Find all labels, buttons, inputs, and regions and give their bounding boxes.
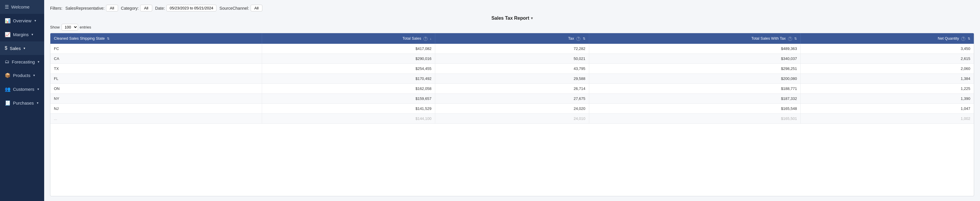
table-cell: 1,002 xyxy=(801,114,974,123)
table-cell: TX xyxy=(50,63,262,73)
entries-select[interactable]: 100 10 25 50 xyxy=(62,24,78,30)
main-content: Filters: SalesRepresentative: All Catego… xyxy=(44,0,980,201)
sidebar-icon-forecasting: 🗂 xyxy=(5,59,10,64)
table-cell: CA xyxy=(50,54,262,63)
table-cell: $170,492 xyxy=(262,73,435,84)
table-cell: NJ xyxy=(50,103,262,114)
category-label: Category: xyxy=(121,6,139,11)
col-header-total-sales-tax[interactable]: Total Sales With Tax ? ⇅ xyxy=(589,33,801,44)
sidebar-chevron-forecasting: ▾ xyxy=(38,60,40,64)
sidebar-chevron-purchases: ▾ xyxy=(37,101,38,105)
sales-rep-label: SalesRepresentative: xyxy=(65,6,105,11)
table-cell: 72,282 xyxy=(435,44,589,54)
table-cell: 29,588 xyxy=(435,73,589,84)
sidebar-label-forecasting: Forecasting xyxy=(12,59,35,64)
sidebar-label-welcome: Welcome xyxy=(11,5,29,9)
table-cell: $162,058 xyxy=(262,84,435,93)
table-cell: 1,225 xyxy=(801,84,974,93)
report-title-chevron-icon[interactable]: ▾ xyxy=(531,16,533,20)
table-cell: 2,060 xyxy=(801,63,974,73)
source-channel-button[interactable]: All xyxy=(251,5,262,11)
sidebar-label-margins: Margins xyxy=(13,32,29,37)
filters-label: Filters: xyxy=(50,6,62,11)
info-icon-net-qty: ? xyxy=(961,37,965,41)
sidebar-chevron-sales: ▾ xyxy=(24,46,25,50)
sort-icon-state: ⇅ xyxy=(107,37,110,40)
sidebar-label-overview: Overview xyxy=(13,18,32,23)
sidebar-chevron-customers: ▾ xyxy=(37,87,39,91)
sales-tax-table: Cleaned Sales Shipping State ⇅ Total Sal… xyxy=(50,33,974,124)
sales-rep-button[interactable]: All xyxy=(106,5,118,11)
col-header-state[interactable]: Cleaned Sales Shipping State ⇅ xyxy=(50,33,262,44)
sidebar-label-products: Products xyxy=(13,73,30,78)
report-title-bar: Sales Tax Report ▾ xyxy=(50,16,974,21)
sidebar-icon-purchases: 🧾 xyxy=(5,100,11,106)
sidebar-label-customers: Customers xyxy=(13,87,35,92)
sidebar-label-sales: Sales xyxy=(10,46,21,51)
table-cell: 50,021 xyxy=(435,54,589,63)
sales-rep-filter: SalesRepresentative: All xyxy=(65,5,118,11)
table-cell: 24,010 xyxy=(435,114,589,123)
source-channel-label: SourceChannel: xyxy=(220,6,249,11)
table-cell: 1,384 xyxy=(801,73,974,84)
sidebar-item-customers[interactable]: 👥Customers▾ xyxy=(0,82,44,96)
info-icon-total-sales: ? xyxy=(423,37,428,41)
sidebar-item-forecasting[interactable]: 🗂Forecasting▾ xyxy=(0,55,44,68)
sidebar-chevron-products: ▾ xyxy=(33,73,35,77)
table-cell: $159,657 xyxy=(262,93,435,103)
source-channel-filter: SourceChannel: All xyxy=(220,5,262,11)
sidebar-icon-margins: 📈 xyxy=(5,32,11,37)
table-row: TX$254,45543,795$298,2512,060 xyxy=(50,63,974,73)
col-header-total-sales[interactable]: Total Sales ? ↓ xyxy=(262,33,435,44)
sort-icon-tax: ⇅ xyxy=(583,37,585,40)
table-cell: FL xyxy=(50,73,262,84)
info-icon-total-sales-tax: ? xyxy=(788,37,792,41)
category-filter: Category: All xyxy=(121,5,152,11)
table-row: ...$144,10024,010$165,5011,002 xyxy=(50,114,974,123)
sidebar-icon-products: 📦 xyxy=(5,73,11,78)
table-row: ON$162,05826,714$188,7711,225 xyxy=(50,84,974,93)
table-cell: ... xyxy=(50,114,262,123)
sales-tax-table-wrapper: Cleaned Sales Shipping State ⇅ Total Sal… xyxy=(50,33,974,196)
sort-icon-total-sales: ↓ xyxy=(430,37,432,40)
table-cell: $340,037 xyxy=(589,54,801,63)
filters-bar: Filters: SalesRepresentative: All Catego… xyxy=(50,5,974,11)
col-header-net-qty[interactable]: Net Quantity ? ⇅ xyxy=(801,33,974,44)
table-row: CA$290,01650,021$340,0372,615 xyxy=(50,54,974,63)
sidebar-item-sales[interactable]: $Sales▾ xyxy=(0,41,44,55)
table-cell: $489,363 xyxy=(589,44,801,54)
show-entries: Show 100 10 25 50 entries xyxy=(50,24,974,30)
table-header-row: Cleaned Sales Shipping State ⇅ Total Sal… xyxy=(50,33,974,44)
table-row: NJ$141,52924,020$165,5481,047 xyxy=(50,103,974,114)
sidebar-item-products[interactable]: 📦Products▾ xyxy=(0,68,44,82)
sidebar-item-margins[interactable]: 📈Margins▾ xyxy=(0,28,44,41)
sidebar-icon-welcome: ☰ xyxy=(5,4,9,10)
table-cell: $254,455 xyxy=(262,63,435,73)
category-button[interactable]: All xyxy=(140,5,152,11)
table-cell: $200,080 xyxy=(589,73,801,84)
sidebar-icon-overview: 📊 xyxy=(5,18,11,24)
entries-label: entries xyxy=(80,25,91,29)
table-cell: 2,615 xyxy=(801,54,974,63)
table-cell: 24,020 xyxy=(435,103,589,114)
table-cell: ON xyxy=(50,84,262,93)
date-filter: Date: 05/23/2023 to 05/21/2024 xyxy=(155,5,217,11)
info-icon-tax: ? xyxy=(576,37,581,41)
sidebar-item-welcome[interactable]: ☰Welcome xyxy=(0,0,44,14)
table-cell: $165,501 xyxy=(589,114,801,123)
sort-icon-total-sales-tax: ⇅ xyxy=(794,37,797,40)
table-cell: $188,771 xyxy=(589,84,801,93)
sidebar-icon-customers: 👥 xyxy=(5,86,11,92)
table-cell: $165,548 xyxy=(589,103,801,114)
table-cell: $144,100 xyxy=(262,114,435,123)
sidebar-item-overview[interactable]: 📊Overview▾ xyxy=(0,14,44,28)
date-label: Date: xyxy=(155,6,165,11)
col-header-tax[interactable]: Tax ? ⇅ xyxy=(435,33,589,44)
sidebar-label-purchases: Purchases xyxy=(13,100,34,106)
table-cell: 1,047 xyxy=(801,103,974,114)
table-cell: NY xyxy=(50,93,262,103)
table-cell: 43,795 xyxy=(435,63,589,73)
date-button[interactable]: 05/23/2023 to 05/21/2024 xyxy=(166,5,216,11)
sidebar-item-purchases[interactable]: 🧾Purchases▾ xyxy=(0,96,44,110)
table-cell: FC xyxy=(50,44,262,54)
